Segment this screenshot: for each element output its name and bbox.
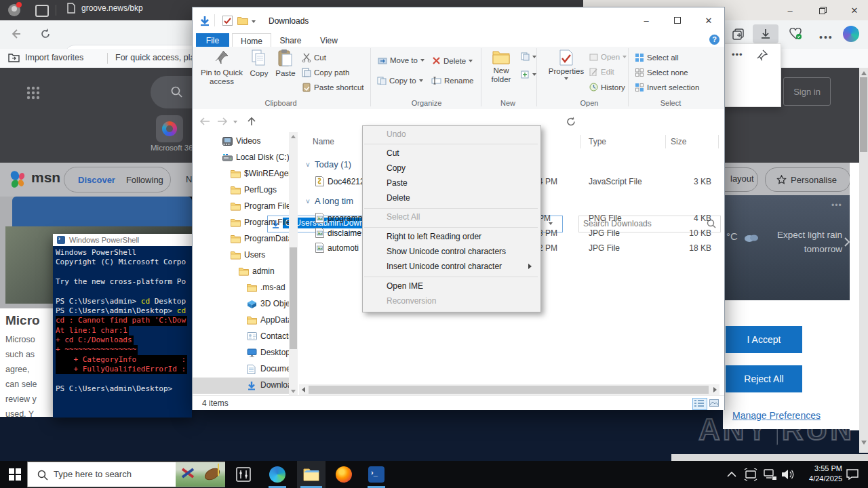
- column-type[interactable]: Type: [589, 137, 606, 146]
- tab-file[interactable]: File: [196, 33, 229, 47]
- start-button-icon[interactable]: [9, 468, 21, 481]
- help-icon[interactable]: ?: [709, 35, 719, 45]
- waffle-menu-icon[interactable]: [26, 85, 41, 100]
- tree-scrollbar[interactable]: [289, 132, 298, 396]
- sidebar-item-program-files[interactable]: Program Files: [193, 199, 289, 215]
- back-icon[interactable]: [9, 28, 22, 40]
- scroll-up-icon[interactable]: [861, 71, 867, 75]
- copilot-icon[interactable]: [843, 26, 859, 42]
- easy-access-button[interactable]: [521, 70, 536, 79]
- tab-home[interactable]: Home: [232, 33, 271, 48]
- paste-shortcut-button[interactable]: Paste shortcut: [302, 83, 364, 92]
- action-center-icon[interactable]: [846, 469, 859, 480]
- horizontal-scrollbar[interactable]: [299, 384, 719, 395]
- tray-expand-icon[interactable]: [727, 471, 736, 477]
- refresh-icon[interactable]: [39, 28, 52, 40]
- weather-chevron-icon[interactable]: [844, 237, 850, 247]
- msn-search-pill[interactable]: [151, 76, 195, 108]
- sidebar-item-local-disk-c-[interactable]: Local Disk (C:): [193, 150, 289, 166]
- sidebar-item-3d-objects[interactable]: 3D Objects: [193, 296, 289, 312]
- powershell-taskbar-icon[interactable]: ›_: [368, 466, 384, 483]
- tab-share[interactable]: Share: [272, 33, 309, 47]
- workspaces-icon[interactable]: [35, 5, 49, 17]
- menu-item-delete[interactable]: Delete: [363, 190, 539, 205]
- tab-view[interactable]: View: [311, 33, 347, 47]
- move-to-button[interactable]: Move to: [378, 56, 425, 64]
- rename-button[interactable]: Rename: [431, 77, 473, 85]
- nav-news-fragment[interactable]: N: [186, 174, 192, 184]
- refresh-address-icon[interactable]: [566, 117, 576, 127]
- sidebar-item-appdata[interactable]: AppData: [193, 312, 289, 329]
- tree-scroll-down-icon[interactable]: [291, 390, 296, 393]
- flyout-more-icon[interactable]: •••: [732, 49, 743, 60]
- powershell-titlebar[interactable]: › Windows PowerShell: [53, 234, 192, 246]
- select-none-button[interactable]: Select none: [635, 68, 688, 77]
- menu-item-right-to-left-reading-order[interactable]: Right to left Reading order: [363, 229, 539, 244]
- powershell-window[interactable]: › Windows PowerShell Windows PowerShellC…: [53, 234, 192, 418]
- explorer-taskbar-button-active[interactable]: [297, 461, 326, 488]
- pin-quick-access-button[interactable]: Pin to Quick access: [201, 49, 243, 86]
- copy-button[interactable]: Copy: [247, 49, 271, 78]
- sidebar-item--ms-ad[interactable]: .ms-ad: [193, 280, 289, 296]
- sidebar-item--winreagent[interactable]: $WinREAgent: [193, 166, 289, 182]
- details-view-button[interactable]: [692, 398, 707, 410]
- column-name[interactable]: Name: [313, 137, 334, 146]
- group-chevron-icon[interactable]: ˅: [306, 198, 310, 205]
- scroll-down-icon[interactable]: [861, 441, 867, 445]
- news-widget-image[interactable]: [176, 462, 225, 487]
- collections-icon[interactable]: [732, 28, 745, 41]
- import-favorites-button[interactable]: Import favorites: [8, 52, 83, 62]
- browser-menu-icon[interactable]: •••: [819, 32, 833, 43]
- menu-item-show-unicode-control-characters[interactable]: Show Unicode control characters: [363, 244, 539, 259]
- invert-selection-button[interactable]: Invert selection: [635, 83, 699, 92]
- sidebar-item-program-files[interactable]: Program Files: [193, 215, 289, 231]
- personalise-button[interactable]: Personalise: [765, 167, 850, 192]
- hscroll-thumb[interactable]: [309, 386, 709, 394]
- microsoft365-tile[interactable]: [156, 115, 183, 142]
- menu-item-insert-unicode-control-character[interactable]: Insert Unicode control character: [363, 259, 539, 274]
- scrollbar-thumb[interactable]: [860, 77, 867, 152]
- sidebar-item-documents[interactable]: Documents: [193, 361, 289, 378]
- tray-clock[interactable]: 3:55 PM 4/24/2025: [799, 464, 842, 484]
- powershell-console[interactable]: Windows PowerShellCopyright (C) Microsof…: [53, 246, 192, 418]
- nav-discover[interactable]: Discover: [78, 175, 115, 185]
- paste-button[interactable]: Paste: [273, 49, 298, 78]
- menu-item-cut[interactable]: Cut: [363, 146, 539, 161]
- nav-up-icon[interactable]: [247, 117, 256, 126]
- browser-essentials-icon[interactable]: [789, 28, 803, 40]
- qat-properties-icon[interactable]: [222, 16, 233, 26]
- menu-item-paste[interactable]: Paste: [363, 176, 539, 190]
- nav-back-icon[interactable]: [199, 117, 210, 125]
- tray-network-icon[interactable]: [764, 469, 777, 481]
- firefox-taskbar-icon[interactable]: [336, 466, 352, 483]
- new-item-button[interactable]: [521, 52, 536, 61]
- browser-tab[interactable]: groove.news/bkp: [66, 3, 143, 14]
- msn-wordmark[interactable]: msn: [31, 169, 60, 186]
- sidebar-item-programdata[interactable]: ProgramData: [193, 231, 289, 247]
- tree-scroll-up-icon[interactable]: [291, 135, 296, 138]
- hscroll-right-icon[interactable]: [713, 387, 717, 392]
- nav-forward-icon[interactable]: [217, 117, 228, 125]
- page-scrollbar[interactable]: [859, 68, 868, 453]
- downloads-button-active[interactable]: [753, 24, 778, 43]
- properties-button[interactable]: Properties: [547, 49, 586, 80]
- sidebar-item-users[interactable]: Users: [193, 247, 289, 264]
- history-button[interactable]: History: [589, 83, 625, 92]
- sign-in-button[interactable]: Sign in: [783, 77, 831, 106]
- taskbar-search[interactable]: Type here to search: [27, 462, 225, 487]
- select-all-button[interactable]: Select all: [635, 53, 679, 62]
- cut-button[interactable]: Cut: [302, 53, 326, 62]
- sidebar-item-admin[interactable]: admin: [193, 264, 289, 280]
- weather-more-icon[interactable]: •••: [831, 201, 842, 210]
- group-chevron-icon[interactable]: ˅: [306, 161, 310, 169]
- close-button[interactable]: ✕: [698, 13, 719, 28]
- minimize-button[interactable]: –: [636, 13, 656, 28]
- task-view-icon[interactable]: [236, 467, 252, 483]
- tray-volume-icon[interactable]: [781, 468, 795, 481]
- nav-history-caret-icon[interactable]: [233, 121, 237, 123]
- thumbnail-view-button[interactable]: [708, 398, 722, 409]
- menu-item-open-ime[interactable]: Open IME: [363, 279, 539, 293]
- sidebar-item-desktop[interactable]: Desktop: [193, 345, 289, 361]
- profile-avatar[interactable]: [8, 4, 20, 16]
- edge-taskbar-icon[interactable]: [269, 466, 285, 483]
